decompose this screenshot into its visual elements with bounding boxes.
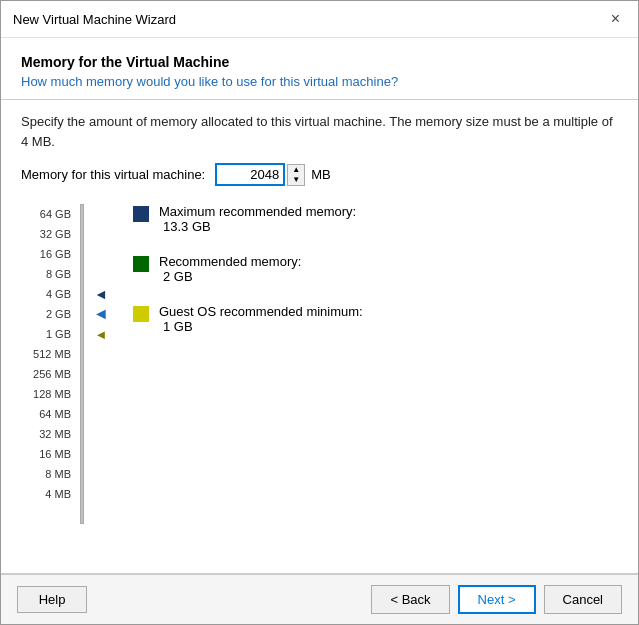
memory-input-row: Memory for this virtual machine: ▲ ▼ MB [1,159,638,194]
slider-label-4mb: 4 MB [45,484,71,504]
memory-unit-label: MB [311,167,331,182]
slider-label-64mb: 64 MB [39,404,71,424]
legend-label-recommended: Recommended memory: [159,254,301,269]
slider-label-1gb: 1 GB [46,324,71,344]
arrow-1gb: ◄ [89,324,113,344]
footer-nav-buttons: < Back Next > Cancel [371,585,622,614]
legend-text-max: Maximum recommended memory: 13.3 GB [159,204,356,234]
arrow-8mb [89,464,113,484]
memory-input-group: ▲ ▼ MB [215,163,331,186]
header-title: Memory for the Virtual Machine [21,54,618,70]
slider-label-8gb: 8 GB [46,264,71,284]
arrow-2gb: ◄ [89,304,113,324]
slider-track[interactable] [77,204,87,524]
legend-value-guest-min: 1 GB [159,319,363,334]
spinner-down-button[interactable]: ▼ [288,175,304,185]
slider-label-4gb: 4 GB [46,284,71,304]
slider-label-16mb: 16 MB [39,444,71,464]
spinner-up-button[interactable]: ▲ [288,165,304,175]
legend-label-guest-min: Guest OS recommended minimum: [159,304,363,319]
title-bar: New Virtual Machine Wizard × [1,1,638,38]
legend-item-guest-min: Guest OS recommended minimum: 1 GB [133,304,618,334]
legend-item-max: Maximum recommended memory: 13.3 GB [133,204,618,234]
arrow-64gb [89,204,113,224]
slider-label-8mb: 8 MB [45,464,71,484]
dialog-title: New Virtual Machine Wizard [13,12,176,27]
legend-color-max [133,206,149,222]
arrow-32gb [89,224,113,244]
dialog-window: New Virtual Machine Wizard × Memory for … [0,0,639,625]
legend-value-recommended: 2 GB [159,269,301,284]
next-button[interactable]: Next > [458,585,536,614]
memory-value-input[interactable] [215,163,285,186]
header-section: Memory for the Virtual Machine How much … [1,38,638,99]
arrow-64mb [89,404,113,424]
back-button[interactable]: < Back [371,585,449,614]
slider-label-32gb: 32 GB [40,224,71,244]
arrow-16mb [89,444,113,464]
current-value-arrow-icon: ◄ [93,305,109,323]
arrow-4mb [89,484,113,504]
slider-label-2gb: 2 GB [46,304,71,324]
recommended-arrow-icon: ◄ [95,327,108,342]
slider-labels: 64 GB 32 GB 16 GB 8 GB 4 GB 2 GB 1 GB 51… [21,204,71,524]
legend-section: Maximum recommended memory: 13.3 GB Reco… [113,204,618,524]
legend-item-recommended: Recommended memory: 2 GB [133,254,618,284]
legend-text-guest-min: Guest OS recommended minimum: 1 GB [159,304,363,334]
slider-track-bar [80,204,84,524]
content-area: 64 GB 32 GB 16 GB 8 GB 4 GB 2 GB 1 GB 51… [1,194,638,534]
slider-label-512mb: 512 MB [33,344,71,364]
slider-label-32mb: 32 MB [39,424,71,444]
arrow-16gb [89,244,113,264]
legend-color-recommended [133,256,149,272]
spacer [1,534,638,573]
description-text: Specify the amount of memory allocated t… [1,100,638,159]
slider-label-256mb: 256 MB [33,364,71,384]
memory-label: Memory for this virtual machine: [21,167,205,182]
help-button[interactable]: Help [17,586,87,613]
spinner-control: ▲ ▼ [287,164,305,186]
max-recommended-arrow-icon: ◄ [94,286,108,302]
cancel-button[interactable]: Cancel [544,585,622,614]
arrow-256mb [89,364,113,384]
arrow-32mb [89,424,113,444]
legend-label-max: Maximum recommended memory: [159,204,356,219]
arrow-128mb [89,384,113,404]
legend-text-recommended: Recommended memory: 2 GB [159,254,301,284]
slider-label-16gb: 16 GB [40,244,71,264]
footer: Help < Back Next > Cancel [1,574,638,624]
header-subtitle: How much memory would you like to use fo… [21,74,618,89]
arrow-4gb: ◄ [89,284,113,304]
arrow-512mb [89,344,113,364]
slider-label-64gb: 64 GB [40,204,71,224]
arrow-8gb [89,264,113,284]
slider-area: 64 GB 32 GB 16 GB 8 GB 4 GB 2 GB 1 GB 51… [21,204,113,524]
legend-color-guest-min [133,306,149,322]
legend-value-max: 13.3 GB [159,219,356,234]
slider-arrows: ◄ ◄ ◄ [89,204,113,524]
slider-label-128mb: 128 MB [33,384,71,404]
close-button[interactable]: × [605,9,626,29]
